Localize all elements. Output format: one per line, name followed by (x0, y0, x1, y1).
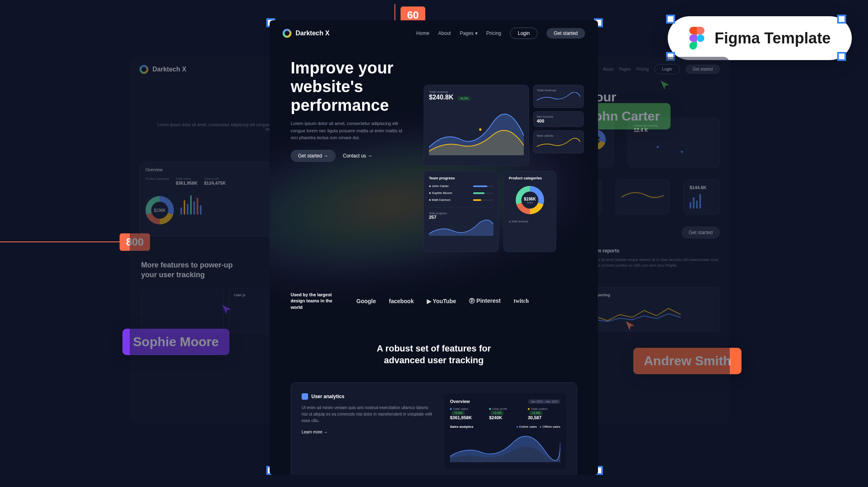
hero-subtitle: Lorem ipsum dolor sit amet, consectetur … (291, 120, 404, 142)
chevron-down-icon: ▾ (475, 30, 478, 36)
selection-handle[interactable] (837, 15, 846, 24)
nav-pages[interactable]: Pages ▾ (460, 30, 477, 36)
bar-chart-icon (180, 190, 201, 215)
svg-point-1 (479, 128, 482, 131)
nav-about[interactable]: About (438, 30, 451, 36)
logos-row: Used by the largest design teams in the … (270, 284, 598, 319)
measure-guide-left (0, 241, 120, 242)
features-section: A robust set of features foradvanced use… (270, 319, 598, 475)
area-chart-icon (429, 220, 493, 236)
nav-login[interactable]: Login (510, 28, 537, 39)
measure-guide-top (394, 4, 395, 20)
logo-pinterest: ⓟ Pinterest (469, 297, 501, 305)
logo-icon (283, 29, 291, 38)
hero-cta-button[interactable]: Get started → (291, 150, 336, 162)
logo-facebook: facebook (389, 298, 414, 304)
figma-logo-icon (689, 27, 705, 50)
logo-text: Darktech X (152, 66, 186, 73)
side-r-hero: e your (577, 90, 730, 105)
line-chart-icon (583, 300, 714, 325)
sparkline-icon (537, 92, 580, 103)
figma-template-badge[interactable]: Figma Template (668, 16, 852, 60)
nav-pricing[interactable]: Pricing (487, 30, 502, 36)
feature-name: User analytics (311, 394, 344, 399)
logo-text: Darktech X (296, 30, 330, 37)
product-categories-card: Product categories $196KSales ● Total re… (504, 171, 556, 252)
logos-label: Used by the largest design teams in the … (291, 292, 343, 310)
donut-chart-icon: $196KSales (516, 186, 544, 214)
selection-handle[interactable] (837, 52, 846, 61)
selection-handle[interactable] (666, 15, 675, 24)
chart-cluster: Total revenue $240.8K +8.2% Total revenu… (424, 85, 598, 252)
nav-get-started[interactable]: Get started (547, 28, 585, 39)
hero-contact-link[interactable]: Contact us → (343, 153, 373, 159)
chart-side-column: Total revenue Net income 400 New clients (533, 85, 584, 166)
logo-twitch: twitch (514, 298, 529, 304)
svg-point-0 (697, 34, 704, 42)
area-chart-icon (429, 105, 524, 158)
sales-area-chart-icon (450, 430, 560, 463)
donut-chart-icon: $196K (146, 196, 174, 224)
main-nav: Darktech X Home About Pages ▾ Pricing Lo… (270, 20, 598, 46)
main-template-canvas[interactable]: Darktech X Home About Pages ▾ Pricing Lo… (270, 20, 598, 475)
team-progress-card: Team progress ● John Carter ● Sophie Moo… (424, 171, 499, 252)
nav-home[interactable]: Home (416, 30, 429, 36)
features-title: A robust set of features foradvanced use… (291, 343, 577, 366)
logo-icon (139, 65, 148, 74)
feature-desc: Ut enim ad minim veniam quis ami nostrud… (302, 405, 435, 424)
analytics-icon (302, 393, 308, 400)
feature-user-analytics: User analytics Ut enim ad minim veniam q… (291, 382, 577, 475)
learn-more-link[interactable]: Learn more → (302, 430, 435, 434)
figma-badge-text: Figma Template (715, 30, 831, 47)
sparkline-icon (622, 185, 664, 201)
sparkline-icon (537, 138, 580, 149)
user-journey-label: User jo (234, 293, 246, 297)
logo[interactable]: Darktech X (283, 29, 330, 38)
logo-google: Google (356, 298, 376, 304)
hero-section: Improve yourwebsite'sperformance Lorem i… (270, 46, 598, 162)
logo-youtube: ▶ YouTube (427, 298, 456, 304)
overview-inset: Overview Jan 2023 – Dec 2023 ■ Total sal… (444, 393, 566, 469)
revenue-chart-card: Total revenue $240.8K +8.2% (424, 85, 529, 166)
